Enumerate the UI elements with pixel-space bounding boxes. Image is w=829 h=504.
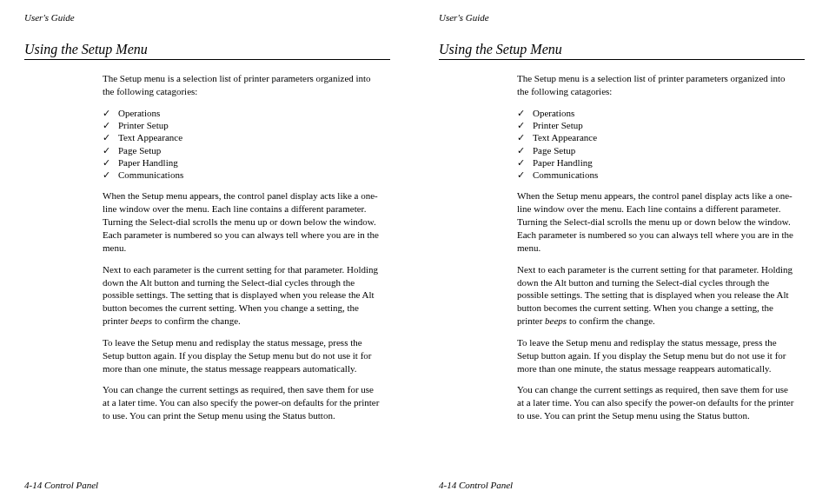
running-header: User's Guide bbox=[24, 12, 390, 23]
paragraph: When the Setup menu appears, the control… bbox=[103, 189, 381, 254]
list-item: Printer Setup bbox=[517, 119, 796, 131]
paragraph: To leave the Setup menu and redisplay th… bbox=[517, 336, 796, 375]
paragraph: To leave the Setup menu and redisplay th… bbox=[103, 336, 381, 375]
paragraph: You can change the current settings as r… bbox=[103, 383, 381, 422]
paragraph: Next to each parameter is the current se… bbox=[517, 263, 796, 328]
list-item: Operations bbox=[517, 107, 796, 119]
body-content: The Setup menu is a selection list of pr… bbox=[439, 72, 805, 422]
list-item: Page Setup bbox=[103, 144, 381, 156]
page-footer: 4-14 Control Panel bbox=[24, 480, 98, 490]
section-heading: Using the Setup Menu bbox=[24, 42, 390, 60]
list-item: Text Appearance bbox=[517, 131, 796, 143]
body-content: The Setup menu is a selection list of pr… bbox=[24, 72, 390, 422]
list-item: Paper Handling bbox=[103, 156, 381, 169]
page-right: User's Guide Using the Setup Menu The Se… bbox=[414, 0, 829, 504]
category-list: Operations Printer Setup Text Appearance… bbox=[103, 107, 381, 182]
list-item: Communications bbox=[103, 169, 381, 181]
paragraph: You can change the current settings as r… bbox=[517, 383, 796, 422]
list-item: Text Appearance bbox=[103, 131, 381, 143]
list-item: Printer Setup bbox=[103, 119, 381, 131]
page-left: User's Guide Using the Setup Menu The Se… bbox=[0, 0, 414, 504]
section-heading: Using the Setup Menu bbox=[439, 42, 805, 60]
emphasized-word: beeps bbox=[545, 315, 567, 326]
list-item: Communications bbox=[517, 169, 796, 181]
paragraph: Next to each parameter is the current se… bbox=[103, 263, 381, 328]
paragraph: When the Setup menu appears, the control… bbox=[517, 189, 796, 254]
list-item: Operations bbox=[103, 107, 381, 119]
page-footer: 4-14 Control Panel bbox=[439, 480, 513, 490]
intro-paragraph: The Setup menu is a selection list of pr… bbox=[103, 72, 381, 98]
category-list: Operations Printer Setup Text Appearance… bbox=[517, 107, 796, 182]
running-header: User's Guide bbox=[439, 12, 805, 23]
list-item: Paper Handling bbox=[517, 156, 796, 169]
intro-paragraph: The Setup menu is a selection list of pr… bbox=[517, 72, 796, 98]
list-item: Page Setup bbox=[517, 144, 796, 156]
emphasized-word: beeps bbox=[130, 315, 152, 326]
